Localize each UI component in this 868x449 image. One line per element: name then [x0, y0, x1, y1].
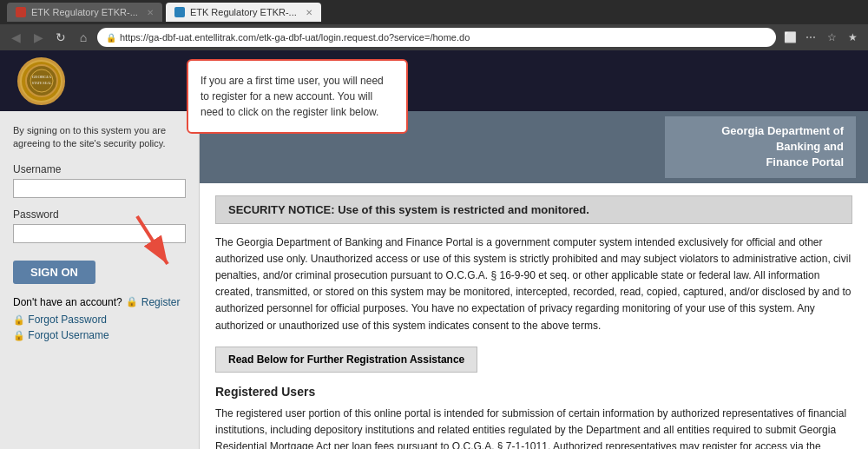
tab2-close[interactable]: ✕: [306, 8, 312, 17]
address-bar[interactable]: 🔒 https://ga-dbf-uat.entellitrak.com/etk…: [97, 28, 776, 47]
no-account-text: Don't have an account?: [13, 296, 122, 308]
tab-bar: ETK Regulatory ETKR-... ✕ ETK Regulatory…: [0, 0, 868, 24]
register-checkbox-icon: 🔒: [126, 296, 138, 307]
forward-button[interactable]: ▶: [30, 29, 47, 46]
tooltip-text: If you are a first time user, you will n…: [201, 75, 384, 118]
sidebar-description: By signing on to this system you are agr…: [13, 124, 186, 151]
username-input[interactable]: [13, 179, 186, 198]
tab2-favicon: [174, 7, 185, 17]
sign-on-button[interactable]: SIGN ON: [13, 261, 95, 284]
forgot-password-link[interactable]: Forgot Password: [28, 314, 107, 326]
tab-2[interactable]: ETK Regulatory ETKR-... ✕: [166, 3, 321, 22]
home-button[interactable]: ⌂: [75, 29, 92, 46]
security-notice-bar: SECURITY NOTICE: Use of this system is r…: [215, 195, 852, 224]
page-header: GEORGIA STATE SEAL If you are a first ti…: [0, 50, 868, 111]
seal-svg: GEORGIA STATE SEAL: [24, 63, 59, 98]
tab-switch-icon[interactable]: ⬜: [781, 29, 799, 46]
red-arrow-indicator: [128, 212, 181, 275]
tab1-label: ETK Regulatory ETKR-...: [31, 7, 138, 17]
tab2-label: ETK Regulatory ETKR-...: [190, 7, 297, 17]
forgot-password-lock-icon: 🔒: [13, 314, 25, 325]
menu-dots-icon[interactable]: ⋯: [802, 29, 819, 46]
star-icon[interactable]: ★: [844, 29, 861, 46]
browser-nav-bar: ◀ ▶ ↻ ⌂ 🔒 https://ga-dbf-uat.entellitrak…: [0, 24, 868, 50]
refresh-button[interactable]: ↻: [52, 29, 69, 46]
browser-nav-actions: ⬜ ⋯ ☆ ★: [781, 29, 861, 46]
svg-text:STATE SEAL: STATE SEAL: [31, 81, 51, 85]
portal-title-line1: Georgia Department of Banking and: [677, 123, 844, 155]
url-text: https://ga-dbf-uat.entellitrak.com/etk-g…: [120, 32, 767, 43]
lock-icon: 🔒: [106, 33, 116, 43]
tab-1[interactable]: ETK Regulatory ETKR-... ✕: [7, 3, 162, 22]
browser-chrome: ETK Regulatory ETKR-... ✕ ETK Regulatory…: [0, 0, 868, 50]
username-label: Username: [13, 163, 186, 175]
red-arrow-svg: [128, 212, 181, 273]
first-time-user-tooltip: If you are a first time user, you will n…: [187, 59, 408, 134]
content-body: SECURITY NOTICE: Use of this system is r…: [200, 183, 868, 449]
security-notice-text: SECURITY NOTICE: Use of this system is r…: [228, 203, 589, 216]
sidebar-links: Don't have an account? 🔒 Register 🔒 Forg…: [13, 296, 186, 341]
register-link[interactable]: Register: [141, 296, 181, 308]
forgot-username-link[interactable]: Forgot Username: [28, 329, 108, 341]
tab1-close[interactable]: ✕: [147, 8, 154, 17]
georgia-seal: GEORGIA STATE SEAL: [17, 57, 65, 105]
security-paragraph: The Georgia Department of Banking and Fi…: [215, 234, 852, 334]
back-button[interactable]: ◀: [7, 29, 24, 46]
username-group: Username: [13, 163, 186, 198]
svg-text:GEORGIA: GEORGIA: [31, 75, 51, 79]
read-below-button[interactable]: Read Below for Further Registration Assi…: [215, 347, 477, 373]
portal-title: Georgia Department of Banking and Financ…: [665, 116, 856, 178]
page: GEORGIA STATE SEAL If you are a first ti…: [0, 50, 868, 449]
bookmark-icon[interactable]: ☆: [823, 29, 840, 46]
registered-users-heading: Registered Users: [215, 385, 852, 399]
portal-title-line2: Finance Portal: [677, 155, 844, 170]
seal-inner: GEORGIA STATE SEAL: [22, 62, 61, 101]
forgot-username-lock-icon: 🔒: [13, 330, 25, 340]
tab1-favicon: [16, 7, 26, 17]
svg-line-5: [137, 216, 168, 264]
registered-users-paragraph: The registered user portion of this onli…: [215, 406, 852, 449]
register-line: Don't have an account? 🔒 Register: [13, 296, 186, 308]
main-area: By signing on to this system you are agr…: [0, 111, 868, 449]
login-sidebar: By signing on to this system you are agr…: [0, 111, 200, 449]
right-content: Georgia Department of Banking and Financ…: [200, 111, 868, 449]
